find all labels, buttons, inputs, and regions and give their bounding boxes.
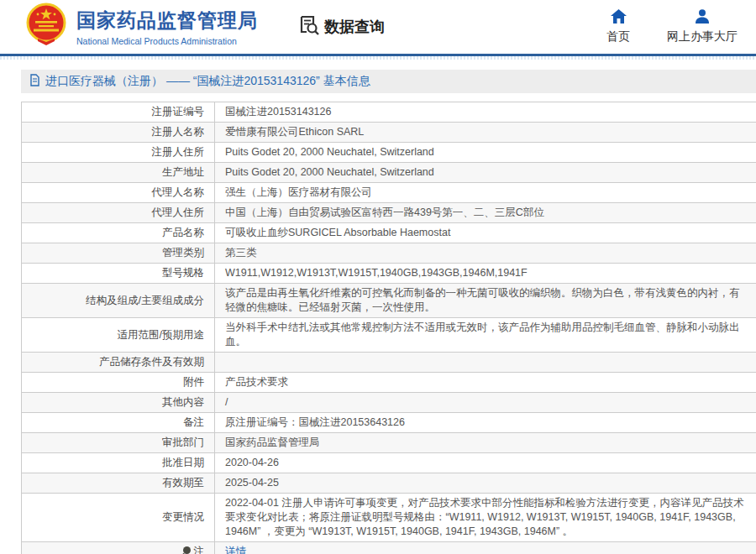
row-label-text: 注册人住所 — [152, 145, 205, 159]
user-icon — [695, 9, 710, 26]
nav-online-service-hall[interactable]: 网上办事大厅 — [667, 9, 738, 44]
row-value: 第三类 — [215, 243, 756, 263]
row-value-text: W1911,W1912,W1913T,W1915T,1940GB,1943GB,… — [225, 266, 528, 280]
table-row: 代理人住所中国（上海）自由贸易试验区富特西一路439号第一、二、三层C部位 — [22, 203, 756, 223]
row-value: / — [215, 393, 756, 412]
table-row: 注册人名称爱惜康有限公司Ethicon SARL — [22, 123, 756, 143]
row-label: 其他内容 — [22, 393, 215, 412]
row-label-text: 代理人名称 — [152, 186, 205, 200]
row-value: 该产品是由再生氧化纤维素的可控氧化而制备的一种无菌可吸收的编织物。织物为白色，带… — [215, 284, 756, 317]
table-row: 有效期至2025-04-25 — [22, 473, 756, 494]
table-row: 注详情 — [22, 542, 756, 554]
row-label: 代理人住所 — [22, 203, 215, 222]
home-icon — [611, 9, 627, 26]
data-query-button[interactable]: 数据查询 — [298, 14, 385, 39]
table-row: 型号规格W1911,W1912,W1913T,W1915T,1940GB,194… — [22, 264, 756, 284]
row-label: 审批部门 — [22, 433, 215, 452]
row-value: Puits Godet 20, 2000 Neuchatel, Switzerl… — [215, 143, 756, 162]
brand-text: 国家药品监督管理局 National Medical Products Admi… — [76, 8, 258, 46]
table-row: 管理类别第三类 — [22, 243, 756, 264]
row-value: 国家药品监督管理局 — [215, 433, 756, 452]
breadcrumb: 进口医疗器械（注册） —— “国械注进20153143126” 基本信息 — [45, 74, 370, 89]
row-label-text: 代理人住所 — [152, 206, 205, 220]
details-link[interactable]: 详情 — [225, 545, 246, 554]
row-label-text: 生产地址 — [162, 165, 204, 180]
row-value-text: 当外科手术中结扎法或其他常规控制方法不适用或无效时，该产品作为辅助用品控制毛细血… — [225, 321, 746, 349]
row-value-text: 2025-04-25 — [225, 476, 279, 490]
row-label-text: 批准日期 — [162, 456, 204, 470]
row-label: 注 — [22, 542, 215, 554]
row-label-text: 注册证编号 — [152, 105, 205, 119]
row-value-text: 产品技术要求 — [225, 375, 288, 389]
row-value-text: 爱惜康有限公司Ethicon SARL — [225, 125, 364, 139]
table-row: 产品名称可吸收止血纱SURGICEL Absorbable Haemostat — [22, 223, 756, 243]
row-label-text: 产品名称 — [162, 226, 204, 240]
row-label-text: 型号规格 — [162, 266, 204, 280]
row-label-text: 变更情况 — [162, 510, 204, 525]
row-label-text: 有效期至 — [162, 476, 204, 490]
page: 国家药品监督管理局 National Medical Products Admi… — [0, 0, 756, 554]
row-label-text: 注册人名称 — [152, 125, 205, 139]
row-label-text: 审批部门 — [162, 436, 204, 450]
site-title: 国家药品监督管理局 — [76, 8, 258, 34]
row-label-text: 备注 — [183, 416, 204, 430]
note-icon — [181, 546, 191, 554]
table-row: 变更情况2022-04-01 注册人申请许可事项变更，对产品技术要求中部分性能指… — [22, 494, 756, 542]
row-value: 当外科手术中结扎法或其他常规控制方法不适用或无效时，该产品作为辅助用品控制毛细血… — [215, 318, 756, 352]
row-label-text: 注 — [194, 545, 205, 554]
table-row: 批准日期2020-04-26 — [22, 453, 756, 473]
table-row: 注册证编号国械注进20153143126 — [22, 102, 756, 123]
page-icon — [29, 74, 40, 90]
row-label: 产品储存条件及有效期 — [22, 353, 215, 372]
row-value: 中国（上海）自由贸易试验区富特西一路439号第一、二、三层C部位 — [215, 203, 756, 222]
row-value-text: 强生（上海）医疗器材有限公司 — [225, 186, 372, 200]
row-label-text: 结构及组成/主要组成成分 — [86, 294, 204, 308]
row-value: 爱惜康有限公司Ethicon SARL — [215, 123, 756, 142]
table-row: 结构及组成/主要组成成分该产品是由再生氧化纤维素的可控氧化而制备的一种无菌可吸收… — [22, 284, 756, 318]
header-separator — [0, 56, 756, 60]
nav-home-label: 首页 — [606, 29, 630, 44]
table-row: 注册人住所Puits Godet 20, 2000 Neuchatel, Swi… — [22, 143, 756, 163]
nav-home[interactable]: 首页 — [595, 9, 642, 44]
row-label: 注册人住所 — [22, 143, 215, 162]
row-label: 管理类别 — [22, 243, 215, 263]
row-value-text: 国械注进20153143126 — [225, 105, 331, 119]
row-value: W1911,W1912,W1913T,W1915T,1940GB,1943GB,… — [215, 264, 756, 283]
row-value: 强生（上海）医疗器材有限公司 — [215, 183, 756, 202]
row-label-text: 产品储存条件及有效期 — [99, 355, 204, 369]
row-label: 注册人名称 — [22, 123, 215, 142]
table-row: 备注原注册证编号：国械注进20153643126 — [22, 413, 756, 433]
row-label-text: 管理类别 — [162, 246, 204, 260]
table-row: 审批部门国家药品监督管理局 — [22, 433, 756, 453]
row-value-text: Puits Godet 20, 2000 Neuchatel, Switzerl… — [225, 145, 434, 159]
row-value-text: 2020-04-26 — [225, 456, 279, 470]
table-row: 生产地址Puits Godet 20, 2000 Neuchatel, Swit… — [22, 163, 756, 183]
site-header: 国家药品监督管理局 National Medical Products Admi… — [0, 0, 756, 56]
row-label-text: 其他内容 — [162, 395, 204, 410]
row-value-text: Puits Godet 20, 2000 Neuchatel, Switzerl… — [225, 165, 434, 180]
table-row: 其他内容/ — [22, 393, 756, 413]
row-value — [215, 353, 756, 372]
row-value: 国械注进20153143126 — [215, 102, 756, 122]
row-label: 适用范围/预期用途 — [22, 318, 215, 352]
row-value: 2022-04-01 注册人申请许可事项变更，对产品技术要求中部分性能指标和检验… — [215, 494, 756, 541]
row-value-text: 第三类 — [225, 246, 257, 260]
table-row: 附件产品技术要求 — [22, 373, 756, 393]
row-label: 型号规格 — [22, 264, 215, 283]
row-value-text: 可吸收止血纱SURGICEL Absorbable Haemostat — [225, 226, 450, 240]
row-value: 原注册证编号：国械注进20153643126 — [215, 413, 756, 432]
row-value-text: / — [225, 395, 228, 410]
table-row: 产品储存条件及有效期 — [22, 353, 756, 373]
site-subtitle: National Medical Products Administration — [76, 36, 258, 46]
row-label-text: 适用范围/预期用途 — [118, 328, 204, 342]
row-label: 产品名称 — [22, 223, 215, 243]
row-label: 结构及组成/主要组成成分 — [22, 284, 215, 317]
row-value-text: 中国（上海）自由贸易试验区富特西一路439号第一、二、三层C部位 — [225, 206, 544, 220]
table-row: 适用范围/预期用途当外科手术中结扎法或其他常规控制方法不适用或无效时，该产品作为… — [22, 318, 756, 353]
row-value: 产品技术要求 — [215, 373, 756, 392]
data-query-label: 数据查询 — [324, 17, 385, 37]
row-value: 可吸收止血纱SURGICEL Absorbable Haemostat — [215, 223, 756, 243]
row-label: 批准日期 — [22, 453, 215, 473]
info-table: 注册证编号国械注进20153143126注册人名称爱惜康有限公司Ethicon … — [21, 102, 756, 554]
row-value-text: 2022-04-01 注册人申请许可事项变更，对产品技术要求中部分性能指标和检验… — [225, 496, 746, 539]
